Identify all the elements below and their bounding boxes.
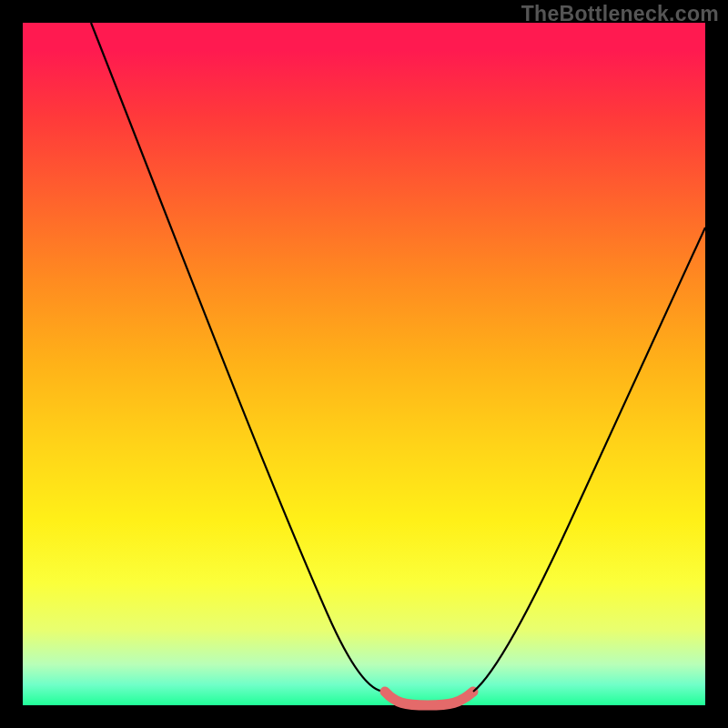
chart-frame: TheBottleneck.com <box>0 0 728 728</box>
floor-segment <box>385 692 473 705</box>
watermark-text: TheBottleneck.com <box>521 2 719 26</box>
plot-area <box>23 23 705 705</box>
curve-layer <box>23 23 705 705</box>
left-curve <box>91 23 385 692</box>
right-curve <box>473 228 705 692</box>
